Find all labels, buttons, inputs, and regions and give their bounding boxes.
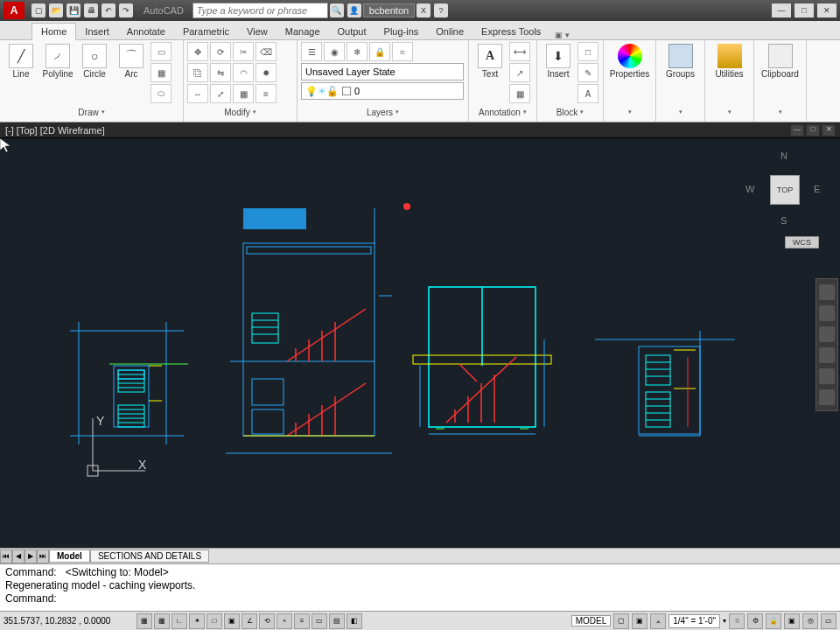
move-icon[interactable]: ✥	[187, 42, 208, 61]
help-icon[interactable]: ?	[434, 4, 448, 18]
tab-home[interactable]: Home	[32, 23, 76, 40]
qat-undo-icon[interactable]: ↶	[102, 4, 116, 18]
tab-insert[interactable]: Insert	[76, 24, 118, 39]
layer-freeze-icon[interactable]: ❄	[346, 42, 368, 61]
arc-button[interactable]: ⌒Arc	[114, 42, 149, 79]
viewcube-n[interactable]: N	[780, 150, 788, 161]
polar-toggle-icon[interactable]: ✶	[189, 613, 205, 629]
tab-online[interactable]: Online	[427, 24, 472, 39]
lwt-toggle-icon[interactable]: ≡	[294, 613, 310, 629]
layout-prev-icon[interactable]: ◀	[12, 550, 24, 564]
nav-zoom-icon[interactable]	[819, 326, 835, 342]
annotation-panel-label[interactable]: Annotation	[472, 104, 533, 120]
nav-pan-icon[interactable]	[819, 305, 835, 321]
search-icon[interactable]: 🔍	[330, 4, 344, 18]
layout-last-icon[interactable]: ⏭	[37, 550, 49, 564]
layer-properties-icon[interactable]: ☰	[301, 42, 322, 61]
maximize-icon[interactable]: □	[794, 4, 814, 18]
trim-icon[interactable]: ✂	[233, 42, 254, 61]
nav-showmotion-icon[interactable]	[819, 368, 835, 384]
copy-icon[interactable]: ⿻	[187, 63, 208, 82]
tab-annotate[interactable]: Annotate	[118, 24, 174, 39]
viewcube[interactable]: N S W E TOP	[746, 150, 824, 229]
properties-panel-expand[interactable]	[607, 104, 652, 120]
layer-lock-icon[interactable]: 🔒	[369, 42, 390, 61]
snap-toggle-icon[interactable]: ▦	[136, 613, 152, 629]
viewport-label[interactable]: [-] [Top] [2D Wireframe]	[5, 125, 105, 136]
utilities-button[interactable]: Utilities	[712, 42, 747, 79]
nav-more-icon[interactable]	[819, 389, 835, 405]
annoscale-icon[interactable]: ⟁	[650, 613, 666, 629]
layout-tab-model[interactable]: Model	[49, 550, 90, 563]
qat-new-icon[interactable]: ▢	[32, 4, 46, 18]
qat-print-icon[interactable]: 🖶	[84, 4, 98, 18]
text-button[interactable]: AText	[472, 42, 508, 79]
qat-redo-icon[interactable]: ↷	[119, 4, 133, 18]
workspace-icon[interactable]: ⚙	[747, 613, 763, 629]
groups-button[interactable]: Groups	[663, 42, 698, 79]
wcs-label[interactable]: WCS	[785, 236, 819, 248]
ellipse-icon[interactable]: ⬭	[150, 84, 172, 103]
viewport-minimize-icon[interactable]: —	[791, 125, 803, 136]
offset-icon[interactable]: ≡	[256, 84, 276, 103]
cmd-prompt[interactable]: Command:	[5, 592, 835, 606]
tab-plugins[interactable]: Plug-ins	[375, 24, 428, 39]
explode-icon[interactable]: ✸	[256, 63, 276, 82]
clipboard-button[interactable]: Clipboard	[763, 42, 798, 79]
properties-button[interactable]: Properties	[612, 42, 648, 79]
minimize-icon[interactable]: —	[772, 4, 791, 18]
tpy-toggle-icon[interactable]: ▭	[312, 613, 327, 629]
groups-panel-expand[interactable]	[660, 104, 701, 120]
viewport-maximize-icon[interactable]: □	[807, 125, 819, 136]
viewport-close-icon[interactable]: ✕	[822, 125, 835, 136]
circle-button[interactable]: ○Circle	[77, 42, 112, 79]
close-icon[interactable]: ✕	[817, 4, 836, 18]
block-panel-label[interactable]: Block	[541, 104, 599, 120]
viewcube-e[interactable]: E	[814, 184, 820, 194]
viewcube-s[interactable]: S	[780, 215, 787, 226]
nav-wheel-icon[interactable]	[819, 284, 835, 300]
rectangle-icon[interactable]: ▭	[150, 42, 172, 61]
polyline-button[interactable]: ⟋Polyline	[40, 42, 75, 79]
qp-toggle-icon[interactable]: ▤	[329, 613, 345, 629]
cleanscreen-icon[interactable]: ▭	[821, 613, 836, 629]
isolate-icon[interactable]: ◎	[802, 613, 818, 629]
scale-icon[interactable]: ⤢	[210, 84, 231, 103]
layers-panel-label[interactable]: Layers	[301, 104, 465, 120]
create-block-icon[interactable]: □	[578, 42, 598, 61]
tab-output[interactable]: Output	[329, 24, 375, 39]
qat-save-icon[interactable]: 💾	[66, 4, 80, 18]
dyn-toggle-icon[interactable]: +	[276, 613, 292, 629]
table-icon[interactable]: ▦	[509, 84, 530, 103]
tab-manage[interactable]: Manage	[276, 24, 329, 39]
tab-express[interactable]: Express Tools	[472, 24, 550, 39]
quickview-layouts-icon[interactable]: ▢	[613, 613, 629, 629]
scale-dropdown-icon[interactable]: ▾	[723, 617, 726, 625]
annovisibility-icon[interactable]: ☆	[729, 613, 745, 629]
array-icon[interactable]: ▦	[233, 84, 254, 103]
edit-block-icon[interactable]: ✎	[578, 63, 598, 82]
tab-view[interactable]: View	[238, 24, 276, 39]
utilities-panel-expand[interactable]	[709, 104, 750, 120]
username-label[interactable]: bcbenton	[363, 4, 415, 18]
command-line[interactable]: Command: <Switching to: Model> Regenerat…	[0, 564, 840, 611]
layer-current-dropdown[interactable]: 💡☀🔓0	[301, 82, 464, 100]
signin-icon[interactable]: 👤	[347, 4, 361, 18]
3dosnap-toggle-icon[interactable]: ▣	[224, 613, 240, 629]
dimension-icon[interactable]: ⟷	[509, 42, 530, 61]
annotation-scale-dropdown[interactable]: 1/4" = 1'-0"	[668, 614, 720, 628]
layer-state-dropdown[interactable]: Unsaved Layer State	[301, 63, 464, 80]
line-button[interactable]: ╱Line	[4, 42, 38, 79]
modify-panel-label[interactable]: Modify	[187, 104, 293, 120]
layout-first-icon[interactable]: ⏮	[0, 550, 12, 564]
sc-toggle-icon[interactable]: ◧	[346, 613, 362, 629]
app-logo[interactable]: A	[4, 2, 24, 19]
leader-icon[interactable]: ↗	[509, 63, 530, 82]
model-space-button[interactable]: MODEL	[571, 615, 612, 626]
layout-tab-sections[interactable]: SECTIONS AND DETAILS	[90, 550, 209, 563]
ribbon-expand-icon[interactable]: ▣ ▾	[555, 31, 570, 39]
qat-open-icon[interactable]: 📂	[49, 4, 63, 18]
grid-toggle-icon[interactable]: ▦	[154, 613, 170, 629]
toolbar-lock-icon[interactable]: 🔒	[766, 613, 781, 629]
viewcube-face[interactable]: TOP	[770, 175, 800, 205]
